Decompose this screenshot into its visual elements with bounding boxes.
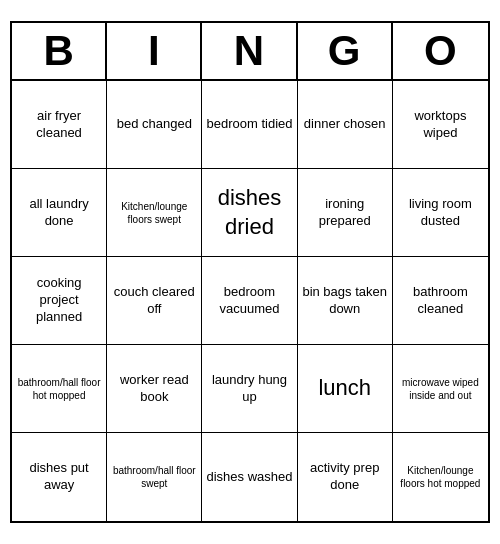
bingo-letter-b: B <box>12 23 107 79</box>
bingo-cell-18: lunch <box>298 345 393 433</box>
bingo-cell-9: living room dusted <box>393 169 488 257</box>
bingo-cell-15: bathroom/hall floor hot mopped <box>12 345 107 433</box>
bingo-grid: air fryer cleanedbed changedbedroom tidi… <box>12 81 488 521</box>
bingo-cell-12: bedroom vacuumed <box>202 257 297 345</box>
bingo-card: BINGO air fryer cleanedbed changedbedroo… <box>10 21 490 523</box>
bingo-cell-14: bathroom cleaned <box>393 257 488 345</box>
bingo-cell-5: all laundry done <box>12 169 107 257</box>
bingo-cell-8: ironing prepared <box>298 169 393 257</box>
bingo-letter-i: I <box>107 23 202 79</box>
bingo-cell-11: couch cleared off <box>107 257 202 345</box>
bingo-letter-o: O <box>393 23 488 79</box>
bingo-cell-3: dinner chosen <box>298 81 393 169</box>
bingo-cell-7: dishes dried <box>202 169 297 257</box>
bingo-cell-16: worker read book <box>107 345 202 433</box>
bingo-cell-10: cooking project planned <box>12 257 107 345</box>
bingo-cell-20: dishes put away <box>12 433 107 521</box>
bingo-cell-19: microwave wiped inside and out <box>393 345 488 433</box>
bingo-cell-22: dishes washed <box>202 433 297 521</box>
bingo-cell-0: air fryer cleaned <box>12 81 107 169</box>
bingo-cell-17: laundry hung up <box>202 345 297 433</box>
bingo-cell-2: bedroom tidied <box>202 81 297 169</box>
bingo-cell-13: bin bags taken down <box>298 257 393 345</box>
bingo-letter-n: N <box>202 23 297 79</box>
bingo-cell-24: Kitchen/lounge floors hot mopped <box>393 433 488 521</box>
bingo-cell-4: worktops wiped <box>393 81 488 169</box>
bingo-cell-6: Kitchen/lounge floors swept <box>107 169 202 257</box>
bingo-cell-23: activity prep done <box>298 433 393 521</box>
bingo-cell-1: bed changed <box>107 81 202 169</box>
bingo-letter-g: G <box>298 23 393 79</box>
bingo-header: BINGO <box>12 23 488 81</box>
bingo-cell-21: bathroom/hall floor swept <box>107 433 202 521</box>
